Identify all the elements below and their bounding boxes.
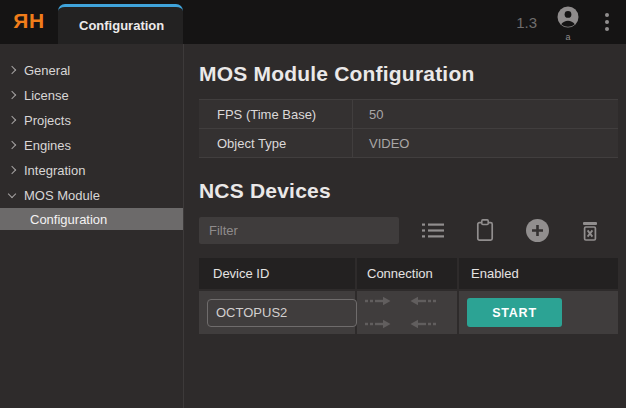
config-label: Object Type <box>199 129 352 157</box>
config-row-object-type[interactable]: Object Type VIDEO <box>199 129 618 158</box>
toolbar-icons <box>419 216 618 245</box>
mos-config-table: FPS (Time Base) 50 Object Type VIDEO <box>199 99 618 158</box>
topbar-right: 1.3 a <box>516 0 626 44</box>
clipboard-icon[interactable] <box>473 217 497 244</box>
sidebar-nav: General License Projects Engines Integra… <box>0 44 184 408</box>
add-circle-icon[interactable] <box>523 216 552 245</box>
app-window: ЯH Configuration 1.3 a <box>0 0 626 408</box>
chevron-right-icon <box>8 141 16 149</box>
sidebar-item-engines[interactable]: Engines <box>0 133 183 158</box>
version-label: 1.3 <box>516 14 537 31</box>
sidebar-item-label: Configuration <box>30 212 107 227</box>
user-avatar-icon <box>557 6 579 32</box>
config-row-fps[interactable]: FPS (Time Base) 50 <box>199 100 618 129</box>
config-label: FPS (Time Base) <box>199 100 352 128</box>
enabled-cell: START <box>459 291 618 334</box>
user-menu[interactable]: a <box>557 6 579 42</box>
sidebar-item-integration[interactable]: Integration <box>0 158 183 183</box>
chevron-right-icon <box>8 91 16 99</box>
config-value: VIDEO <box>352 129 618 157</box>
top-bar: ЯH Configuration 1.3 a <box>0 0 626 44</box>
delete-trash-icon[interactable] <box>578 218 602 244</box>
sidebar-item-mos-module[interactable]: MOS Module <box>0 183 183 208</box>
tab-configuration[interactable]: Configuration <box>58 4 183 44</box>
dotted-arrow-right-icon <box>364 315 392 333</box>
sidebar-item-license[interactable]: License <box>0 83 183 108</box>
dotted-arrow-left-icon <box>409 315 437 333</box>
dotted-arrow-right-icon <box>364 292 392 310</box>
chevron-down-icon <box>8 190 16 198</box>
dotted-arrow-left-icon <box>409 292 437 310</box>
sidebar-item-projects[interactable]: Projects <box>0 108 183 133</box>
sidebar-item-label: Projects <box>24 113 71 128</box>
content-area: General License Projects Engines Integra… <box>0 44 626 408</box>
col-header-enabled: Enabled <box>459 258 618 289</box>
view-list-icon[interactable] <box>419 220 447 241</box>
device-id-cell <box>199 291 355 334</box>
sidebar-item-label: Integration <box>24 163 85 178</box>
kebab-menu-icon[interactable] <box>599 9 615 35</box>
section-title-ncs-devices: NCS Devices <box>199 179 618 203</box>
filter-input[interactable] <box>199 217 399 244</box>
chevron-right-icon <box>8 66 16 74</box>
sidebar-item-label: Engines <box>24 138 71 153</box>
start-button[interactable]: START <box>467 298 562 327</box>
page-title: MOS Module Configuration <box>199 62 618 86</box>
sidebar-item-label: License <box>24 88 69 103</box>
ncs-devices-table: Device ID Connection Enabled <box>199 258 618 334</box>
tab-label: Configuration <box>79 18 164 33</box>
sidebar-item-general[interactable]: General <box>0 58 183 83</box>
app-logo: ЯH <box>0 0 58 44</box>
config-value: 50 <box>352 100 618 128</box>
chevron-right-icon <box>8 116 16 124</box>
sidebar-item-mos-configuration[interactable]: Configuration <box>0 208 183 230</box>
sidebar-item-label: General <box>24 63 70 78</box>
connection-cell <box>357 291 457 334</box>
col-header-connection: Connection <box>357 258 457 289</box>
sidebar-item-label: MOS Module <box>24 188 100 203</box>
avatar-username: a <box>565 33 570 42</box>
col-header-device-id: Device ID <box>199 258 355 289</box>
table-row: START <box>199 291 618 334</box>
ncs-toolbar <box>199 216 618 245</box>
main-panel: MOS Module Configuration FPS (Time Base)… <box>184 44 626 408</box>
chevron-right-icon <box>8 166 16 174</box>
device-id-input[interactable] <box>207 299 357 327</box>
devices-table-header: Device ID Connection Enabled <box>199 258 618 289</box>
